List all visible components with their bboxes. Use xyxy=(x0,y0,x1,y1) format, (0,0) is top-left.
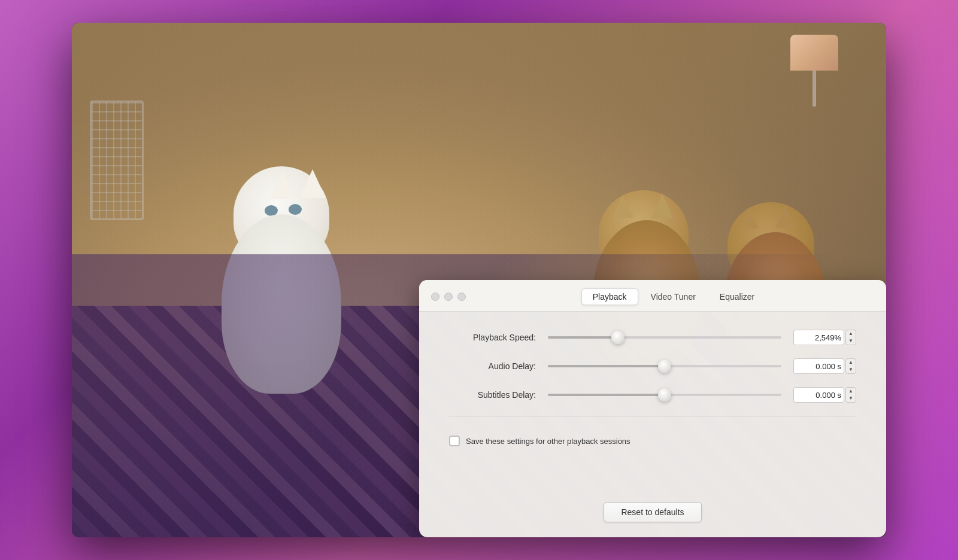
subtitles-delay-slider-thumb[interactable] xyxy=(658,388,671,401)
close-button[interactable] xyxy=(431,293,439,301)
subtitles-delay-label: Subtitles Delay: xyxy=(449,390,536,400)
subtitles-delay-stepper[interactable]: ▲ ▼ xyxy=(845,387,856,403)
audio-delay-slider-track[interactable] xyxy=(548,365,781,367)
app-window: Playback Video Tuner Equalizer Playback … xyxy=(72,23,886,537)
audio-delay-label: Audio Delay: xyxy=(449,361,536,371)
subtitles-delay-slider-track[interactable] xyxy=(548,394,781,396)
tab-playback[interactable]: Playback xyxy=(581,288,638,305)
dialog-content: Playback Speed: ▲ ▼ Audio Delay: xyxy=(419,312,886,502)
playback-speed-stepper[interactable]: ▲ ▼ xyxy=(845,330,856,345)
lamp-decoration xyxy=(796,35,832,106)
playback-speed-row: Playback Speed: ▲ ▼ xyxy=(449,330,856,345)
subtitles-delay-input[interactable] xyxy=(793,387,844,403)
playback-speed-slider-track[interactable] xyxy=(548,336,781,339)
subtitles-delay-stepper-down[interactable]: ▼ xyxy=(846,395,856,402)
playback-speed-stepper-down[interactable]: ▼ xyxy=(846,337,856,345)
audio-delay-stepper-up[interactable]: ▲ xyxy=(846,359,856,366)
subtitles-delay-slider-fill xyxy=(548,394,665,396)
minimize-button[interactable] xyxy=(444,293,453,301)
reset-to-defaults-button[interactable]: Reset to defaults xyxy=(604,502,701,522)
cat-white-foreground xyxy=(204,142,371,394)
dialog-footer: Reset to defaults xyxy=(419,502,886,537)
tab-group: Playback Video Tuner Equalizer xyxy=(581,288,766,305)
playback-speed-label: Playback Speed: xyxy=(449,333,536,342)
save-settings-checkbox[interactable] xyxy=(449,436,460,446)
audio-delay-value-box: ▲ ▼ xyxy=(793,358,856,374)
tab-equalizer[interactable]: Equalizer xyxy=(708,288,766,305)
separator xyxy=(449,416,856,416)
audio-delay-slider-thumb[interactable] xyxy=(658,360,671,373)
playback-speed-slider-fill xyxy=(548,336,618,339)
dialog-titlebar: Playback Video Tuner Equalizer xyxy=(419,280,886,312)
maximize-button[interactable] xyxy=(457,293,466,301)
settings-dialog: Playback Video Tuner Equalizer Playback … xyxy=(419,280,886,537)
audio-delay-row: Audio Delay: ▲ ▼ xyxy=(449,358,856,374)
playback-speed-slider-thumb[interactable] xyxy=(611,331,624,344)
audio-delay-input[interactable] xyxy=(793,358,844,374)
cage-decoration xyxy=(90,101,144,220)
audio-delay-slider-fill xyxy=(548,365,665,367)
tab-video-tuner[interactable]: Video Tuner xyxy=(639,288,707,305)
playback-speed-stepper-up[interactable]: ▲ xyxy=(846,330,856,337)
traffic-lights xyxy=(431,293,466,301)
playback-speed-input[interactable] xyxy=(793,330,844,345)
audio-delay-stepper-down[interactable]: ▼ xyxy=(846,366,856,373)
subtitles-delay-stepper-up[interactable]: ▲ xyxy=(846,388,856,395)
audio-delay-stepper[interactable]: ▲ ▼ xyxy=(845,358,856,374)
subtitles-delay-row: Subtitles Delay: ▲ ▼ xyxy=(449,387,856,403)
save-settings-label: Save these settings for other playback s… xyxy=(466,437,630,446)
save-settings-row: Save these settings for other playback s… xyxy=(449,430,856,449)
playback-speed-value-box: ▲ ▼ xyxy=(793,330,856,345)
subtitles-delay-value-box: ▲ ▼ xyxy=(793,387,856,403)
